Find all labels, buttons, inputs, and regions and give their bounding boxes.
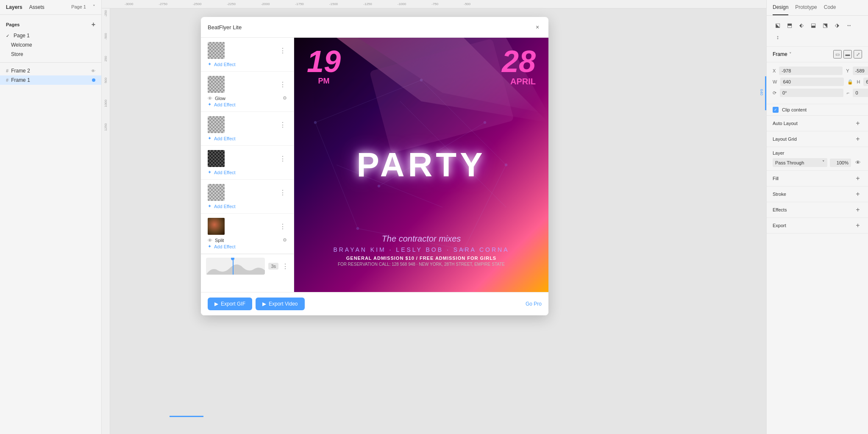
lock-aspect-button[interactable]: 🔒 [847,78,853,85]
timeline-menu-btn[interactable]: ⋮ [282,262,289,270]
add-effect-row-4[interactable]: ✦ Add Effect [208,170,287,175]
wand-icon-5: ✦ [208,203,211,209]
align-center-h-button[interactable]: ⬒ [785,20,795,30]
corner-label: ⌐ [847,90,849,95]
align-right-button[interactable]: ⬖ [796,20,807,30]
export-video-button[interactable]: ▶ Export Video [256,298,305,310]
align-bottom-button[interactable]: ⬗ [832,20,842,30]
rotation-input[interactable] [780,89,843,97]
assets-tab[interactable]: Assets [29,4,45,10]
flyer-preview: 19 PM 28 APRIL PARTY The contractor mi [294,38,548,292]
x-y-row: X Y [773,67,862,75]
layer-frame1[interactable]: # Frame 1 [0,75,101,85]
timeline-wave [206,258,265,275]
clip-content-label: Clip content [782,107,807,112]
modal-close-button[interactable]: × [533,23,542,31]
auto-layout-add-button[interactable]: + [854,119,862,128]
effects-add-button[interactable]: + [854,206,862,214]
add-effect-row-1[interactable]: ✦ Add Effect [208,61,287,67]
add-effect-label-3: Add Effect [214,136,236,141]
eye-icon-split[interactable]: 👁 [208,238,212,243]
align-center-v-button[interactable]: ⬔ [820,20,830,30]
timeline-cursor [233,258,234,275]
frame-bottom-indicator [170,416,203,417]
design-tab[interactable]: Design [773,0,788,15]
wand-icon-4: ✦ [208,170,211,175]
clip-content-row: ✓ Clip content [767,104,868,116]
frame-icon: # [6,68,8,73]
right-panel-tabs: Design Prototype Code [767,0,868,16]
settings-icon-split[interactable]: ⚙ [283,237,287,243]
distribute-v-button[interactable]: ↕ [773,32,783,42]
plugin-preview-area: 19 PM 28 APRIL PARTY The contractor mi [294,38,548,292]
add-effect-row-6[interactable]: ✦ Add Effect [208,244,287,249]
frame-resize-button[interactable]: ⤢ [854,50,862,58]
blend-mode-label: Pass Through [775,160,804,165]
effect-menu-2[interactable]: ⋮ [278,80,287,89]
ruler-label: -750 [419,2,451,6]
frame-landscape-button[interactable]: ▬ [843,50,852,58]
page-item-welcome[interactable]: Welcome [0,40,101,50]
layer-visibility-toggle[interactable]: 👁 [854,159,862,167]
layout-grid-row: Layout Grid + [767,131,868,147]
page-item-store[interactable]: Store [0,50,101,59]
add-effect-row-2[interactable]: ✦ Add Effect [208,102,287,107]
modal-header: BeatFlyer Lite × [201,17,548,38]
flyer-day: 19 PM [307,46,341,86]
prototype-tab[interactable]: Prototype [795,0,817,15]
export-gif-button[interactable]: ▶ Export GIF [208,298,252,310]
stroke-add-button[interactable]: + [854,190,862,198]
distribute-h-button[interactable]: ↔ [844,20,854,30]
corner-input[interactable] [853,89,868,97]
page-chevron: ˅ [93,4,95,10]
y-input[interactable] [853,67,868,75]
x-label: X [773,68,776,73]
effect-thumb-1: ⋮ [208,42,287,59]
code-tab[interactable]: Code [824,0,836,15]
x-input[interactable] [779,67,843,75]
wand-icon-1: ✦ [208,61,211,67]
add-page-button[interactable]: + [92,21,95,28]
h-input[interactable] [863,78,868,86]
page-item-1[interactable]: ✓ Page 1 [0,31,101,40]
add-effect-row-3[interactable]: ✦ Add Effect [208,136,287,141]
timeline-playhead[interactable] [231,258,234,260]
coordinates-section: X Y W 🔒 H ⟳ ⌐ [767,62,868,104]
export-buttons: ▶ Export GIF ▶ Export Video [208,298,305,310]
effect-preview-4 [208,150,225,167]
frame-icons: ▭ ▬ ⤢ [833,50,862,58]
add-effect-row-5[interactable]: ✦ Add Effect [208,203,287,209]
ruler-vertical: -250 -500 250 500 1000 1250 [102,8,110,434]
fill-add-button[interactable]: + [854,174,862,183]
left-panel-tabs: Layers Assets Page 1 ˅ [0,0,101,15]
frame-section: Frame ˅ ▭ ▬ ⤢ [767,47,868,62]
visibility-icon[interactable]: 👁 [91,69,95,73]
timeline-row: 3s ⋮ [201,254,294,278]
align-top-button[interactable]: ⬓ [808,20,818,30]
wand-icon-2: ✦ [208,102,211,107]
layer-frame2[interactable]: # Frame 2 👁 [0,66,101,75]
timeline-bar[interactable] [206,258,265,275]
align-left-button[interactable]: ⬕ [773,20,783,30]
effect-menu-4[interactable]: ⋮ [278,154,287,163]
export-add-button[interactable]: + [854,221,862,230]
frame-dropdown-chevron[interactable]: ˅ [789,52,792,57]
eye-icon-glow[interactable]: 👁 [208,96,212,101]
layers-tab[interactable]: Layers [6,4,22,10]
frame-portrait-button[interactable]: ▭ [833,50,842,58]
ruler-label: -1250 [351,2,384,6]
layout-grid-add-button[interactable]: + [854,135,862,143]
frame-label: Frame ˅ [773,51,792,57]
go-pro-button[interactable]: Go Pro [526,301,542,307]
w-input[interactable] [780,78,844,86]
effect-menu-5[interactable]: ⋮ [278,188,287,197]
clip-content-checkbox[interactable]: ✓ [773,107,779,113]
effect-menu-6[interactable]: ⋮ [278,222,287,231]
opacity-input[interactable] [830,159,851,167]
effect-menu-1[interactable]: ⋮ [278,46,287,55]
settings-icon-glow[interactable]: ⚙ [283,95,287,101]
effect-menu-3[interactable]: ⋮ [278,120,287,129]
export-icon-video: ▶ [262,301,266,307]
flyer-main-text: PARTY [356,145,486,184]
blend-mode-dropdown[interactable]: Pass Through ˅ [773,158,827,167]
